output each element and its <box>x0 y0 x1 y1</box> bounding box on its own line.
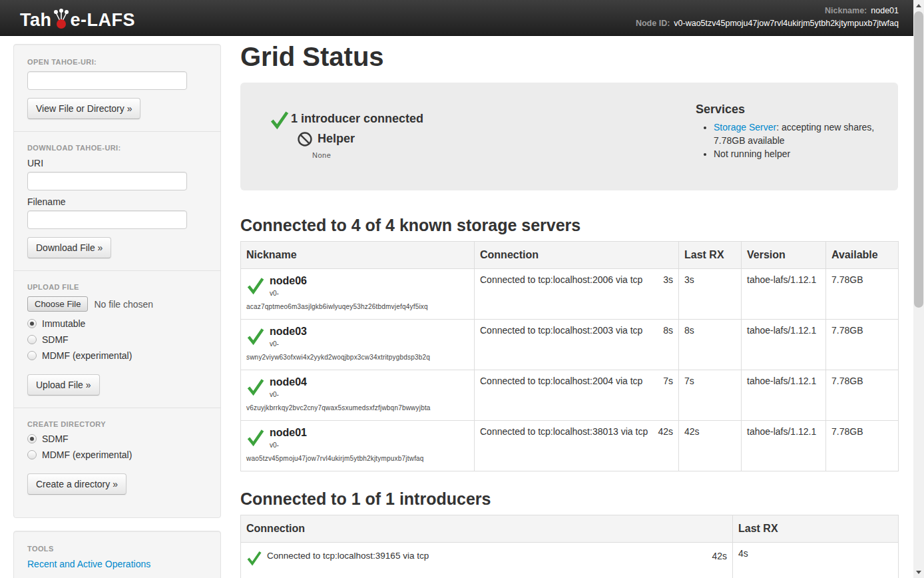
scrollbar-thumb[interactable] <box>914 11 923 308</box>
filename-input[interactable] <box>27 210 187 229</box>
storage-server-link[interactable]: Storage Server <box>714 122 776 133</box>
upload-file-button[interactable]: Upload File » <box>27 374 100 396</box>
sidebar-tools-panel: TOOLS Recent and Active Operations <box>13 531 221 578</box>
radio-immutable[interactable]: Immutable <box>27 318 207 329</box>
radio-dir-mdmf-input[interactable] <box>27 450 37 459</box>
storage-servers-heading: Connected to 4 of 4 known storage server… <box>240 215 898 235</box>
radio-mdmf-input[interactable] <box>27 351 37 360</box>
storage-servers-table: Nickname Connection Last RX Version Avai… <box>240 241 899 471</box>
available-cell: 7.78GB <box>826 269 899 320</box>
view-file-button[interactable]: View File or Directory » <box>27 98 140 119</box>
nickname-value: node01 <box>871 5 899 17</box>
table-row: node01 v0- wao5tzv45pmoju47jow7rvl4ukirj… <box>241 421 899 471</box>
col-nickname: Nickname <box>241 242 475 269</box>
server-nickname: node06 <box>270 274 469 287</box>
file-picker: Choose File No file chosen <box>27 296 207 312</box>
available-cell: 7.78GB <box>826 320 899 370</box>
connection-cell: 7s Connected to tcp:localhost:2004 via t… <box>475 370 679 421</box>
create-directory-button[interactable]: Create a directory » <box>27 473 126 495</box>
server-nickname: node01 <box>270 426 469 439</box>
filename-field-label: Filename <box>27 196 207 207</box>
connection-text: Connected to tcp:localhost:2004 via tcp <box>480 376 642 386</box>
version-cell: tahoe-lafs/1.12.1 <box>742 320 826 370</box>
scroll-down-arrow-icon[interactable] <box>913 567 924 578</box>
node-id-value: v0-wao5tzv45pmoju47jow7rvl4ukirjm5ytbh2k… <box>674 17 899 30</box>
download-uri-label: DOWNLOAD TAHOE-URI: <box>27 144 207 152</box>
connected-check-icon <box>246 428 265 449</box>
node-id-prefix: v0- <box>270 340 469 348</box>
available-cell: 7.78GB <box>826 370 899 421</box>
radio-sdmf[interactable]: SDMF <box>27 334 207 345</box>
services-heading: Services <box>696 103 897 117</box>
radio-dir-sdmf-label: SDMF <box>42 433 69 444</box>
section-divider <box>14 131 220 132</box>
connection-age: 42s <box>658 426 673 437</box>
introducers-heading: Connected to 1 of 1 introducers <box>240 489 898 509</box>
table-header-row: Nickname Connection Last RX Version Avai… <box>241 242 899 269</box>
create-directory-label: CREATE DIRECTORY <box>27 420 207 428</box>
version-cell: tahoe-lafs/1.12.1 <box>742 421 826 471</box>
radio-mdmf-label: MDMF (experimental) <box>42 350 132 361</box>
last-rx-cell: 42s <box>679 421 742 471</box>
nickname-cell: node04 v0- v6zuyjkbrrkqy2bvc2cny7qwax5sx… <box>241 370 475 421</box>
connection-cell: 3s Connected to tcp:localhost:2006 via t… <box>475 269 679 320</box>
table-row: node04 v0- v6zuyjkbrrkqy2bvc2cny7qwax5sx… <box>241 370 899 421</box>
radio-sdmf-input[interactable] <box>27 335 37 344</box>
logo-text-pre: Tah <box>20 9 52 31</box>
col-version: Version <box>742 242 826 269</box>
radio-immutable-input[interactable] <box>27 319 37 328</box>
helper-title: Helper <box>318 132 355 146</box>
connection-age: 3s <box>663 274 673 285</box>
connection-age: 42s <box>712 548 727 564</box>
col-connection: Connection <box>241 515 733 543</box>
connected-check-icon <box>246 549 262 569</box>
connection-cell: 8s Connected to tcp:localhost:2003 via t… <box>475 320 679 370</box>
services-section: Services Storage Server: accepting new s… <box>696 103 897 162</box>
grid-status-box: 1 introducer connected Helper None Servi… <box>240 83 898 190</box>
table-header-row: Connection Last RX <box>241 515 899 543</box>
connection-text: Connected to tcp:localhost:2003 via tcp <box>480 325 642 336</box>
table-row: 42s Connected to tcp:localhost:39165 via… <box>241 543 899 578</box>
helper-disabled-icon <box>297 131 313 150</box>
service-helper-item: Not running helper <box>714 148 897 161</box>
server-nickname: node04 <box>270 376 469 388</box>
radio-mdmf[interactable]: MDMF (experimental) <box>27 350 207 361</box>
connection-cell: 42s Connected to tcp:localhost:38013 via… <box>475 421 679 471</box>
download-file-button[interactable]: Download File » <box>27 237 111 258</box>
nickname-cell: node06 v0- acaz7qptmeo6m3asjlgkb6iwlyuqe… <box>241 269 475 320</box>
scroll-up-arrow-icon[interactable] <box>913 0 924 11</box>
sidebar-forms-panel: OPEN TAHOE-URI: View File or Directory »… <box>13 44 221 518</box>
radio-dir-mdmf-label: MDMF (experimental) <box>42 449 132 460</box>
node-meta: Nickname: node01 Node ID: v0-wao5tzv45pm… <box>636 5 899 30</box>
node-id-prefix: v0- <box>270 390 469 399</box>
uri-field-label: URI <box>27 158 207 168</box>
main-content: Grid Status 1 introducer connected Helpe… <box>240 36 898 578</box>
version-cell: tahoe-lafs/1.12.1 <box>742 370 826 421</box>
radio-immutable-label: Immutable <box>42 318 85 329</box>
introducers-table: Connection Last RX 42s Connected to tcp:… <box>240 515 899 578</box>
section-divider <box>14 408 220 408</box>
vertical-scrollbar[interactable] <box>913 0 924 578</box>
last-rx-cell: 7s <box>679 370 742 421</box>
introducer-status-text: 1 introducer connected <box>291 112 423 126</box>
open-uri-input[interactable] <box>27 71 187 90</box>
col-last-rx: Last RX <box>733 515 899 543</box>
radio-dir-sdmf-input[interactable] <box>27 434 37 443</box>
top-navbar: Tah e-LAFS Nickname: node01 Node ID: v0-… <box>0 0 913 36</box>
choose-file-button[interactable]: Choose File <box>27 296 88 312</box>
introducer-check-icon <box>270 109 290 133</box>
service-storage-item: Storage Server: accepting new shares, 7.… <box>714 121 897 147</box>
available-cell: 7.78GB <box>826 421 899 471</box>
connection-age: 8s <box>663 325 673 336</box>
logo-text-post: e-LAFS <box>71 9 136 31</box>
page-title: Grid Status <box>240 41 898 72</box>
node-id-prefix: v0- <box>270 289 469 298</box>
radio-dir-sdmf[interactable]: SDMF <box>27 433 207 444</box>
node-id-hash: v6zuyjkbrrkqy2bvc2cny7qwax5sxumedsxfzfjw… <box>246 404 469 412</box>
connection-text: Connected to tcp:localhost:39165 via tcp <box>267 548 727 564</box>
radio-dir-mdmf[interactable]: MDMF (experimental) <box>27 449 207 460</box>
recent-operations-link[interactable]: Recent and Active Operations <box>27 559 150 569</box>
table-row: node03 v0- swny2viyw63ofxwi4x2yykd2woqjb… <box>241 320 899 370</box>
download-uri-input[interactable] <box>27 172 187 190</box>
connection-text: Connected to tcp:localhost:38013 via tcp <box>480 426 648 437</box>
